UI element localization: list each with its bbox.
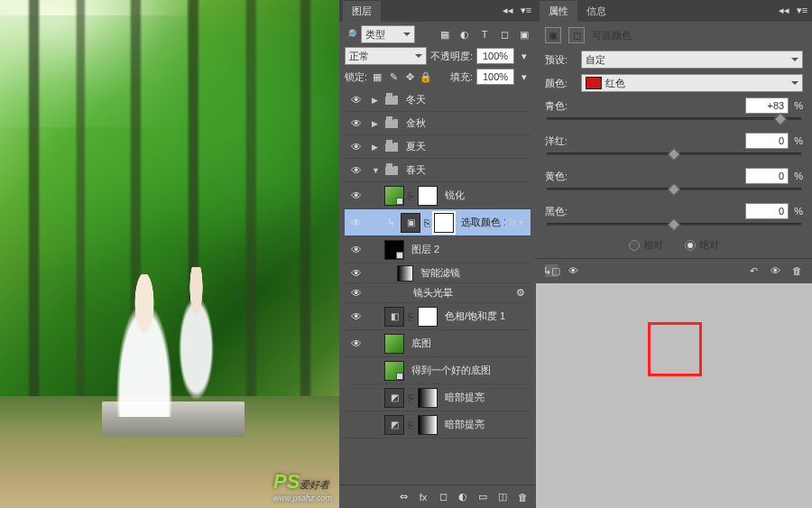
slider-label: 洋红: xyxy=(545,134,567,148)
filter-smart-icon[interactable]: ▣ xyxy=(518,28,531,41)
document-canvas[interactable]: PS爱好者 www.psahz.com xyxy=(0,0,339,508)
watermark-brand: PS xyxy=(273,470,300,493)
layer-group-winter[interactable]: 👁▶冬天 xyxy=(345,88,531,112)
link-icon: ⎘ xyxy=(408,190,414,201)
twist-icon[interactable]: ▶ xyxy=(372,96,381,105)
radio-relative[interactable]: 相对 xyxy=(629,238,663,252)
panel-menu-icon[interactable]: ▾≡ xyxy=(520,4,532,16)
visibility-toggle[interactable]: 👁 xyxy=(345,217,368,229)
visibility-toggle[interactable]: 👁 xyxy=(345,287,368,300)
slider-knob[interactable] xyxy=(774,113,787,125)
tab-info[interactable]: 信息 xyxy=(577,1,615,22)
mask-type-icon[interactable]: ◻ xyxy=(568,27,585,43)
visibility-toggle[interactable]: 👁 xyxy=(345,117,368,130)
visibility-toggle[interactable]: 👁 xyxy=(345,337,368,350)
opacity-dropdown-icon[interactable]: ▾ xyxy=(518,50,531,62)
folder-icon xyxy=(384,118,399,129)
adjustment-type-icon[interactable]: ▣ xyxy=(545,27,561,43)
lock-paint-icon[interactable]: ✎ xyxy=(387,70,400,83)
slider-value-field[interactable]: +83 xyxy=(745,97,789,114)
pct-label: % xyxy=(794,171,803,181)
layer-sharpen[interactable]: 👁⎘锐化 xyxy=(345,182,531,209)
groom xyxy=(169,267,224,402)
adjustment-icon[interactable]: ◐ xyxy=(457,491,469,503)
radio-absolute[interactable]: 绝对 xyxy=(685,238,719,252)
link-layers-icon[interactable]: ⇔ xyxy=(397,491,410,503)
collapse-icon[interactable]: ◂◂ xyxy=(778,4,790,16)
layer-smartfilters[interactable]: 👁智能滤镜 xyxy=(345,263,531,283)
layer-thumb xyxy=(384,334,404,354)
collapse-icon[interactable]: ◂◂ xyxy=(502,4,514,16)
layer-group-spring[interactable]: 👁▼春天 xyxy=(345,159,531,182)
group-icon[interactable]: ▭ xyxy=(476,491,489,503)
trash-icon[interactable]: 🗑 xyxy=(790,264,803,277)
color-select[interactable]: 红色 xyxy=(581,74,803,92)
slider-knob[interactable] xyxy=(668,218,680,231)
layer-layer2[interactable]: 👁图层 2 xyxy=(345,236,531,263)
visibility-toggle[interactable]: 👁 xyxy=(345,94,368,106)
visibility-toggle[interactable]: 👁 xyxy=(345,141,368,153)
opacity-field[interactable]: 100% xyxy=(476,48,514,64)
new-layer-icon[interactable]: ◫ xyxy=(496,491,509,503)
twist-icon[interactable]: ▶ xyxy=(372,143,381,152)
filter-pixel-icon[interactable]: ▦ xyxy=(438,28,451,41)
slider-knob[interactable] xyxy=(668,148,680,161)
opacity-label: 不透明度: xyxy=(430,50,473,63)
fill-field[interactable]: 100% xyxy=(476,69,514,85)
slider-value-field[interactable]: 0 xyxy=(745,203,789,219)
visibility-toggle[interactable]: 👁 xyxy=(345,310,368,323)
filter-shape-icon[interactable]: ◻ xyxy=(498,28,511,41)
preset-select[interactable]: 自定 xyxy=(581,51,803,69)
layer-goodbase[interactable]: 得到一个好的底图 xyxy=(345,357,531,384)
layer-shadowlift1[interactable]: ◩⎘暗部提亮 xyxy=(345,384,531,411)
fx-icon[interactable]: fx xyxy=(417,491,429,503)
tab-properties[interactable]: 属性 xyxy=(540,1,577,22)
slider-track[interactable] xyxy=(547,223,801,226)
slider-knob[interactable] xyxy=(668,183,680,196)
layer-group-summer[interactable]: 👁▶夏天 xyxy=(345,135,531,159)
reset-icon[interactable]: ↶ xyxy=(747,264,760,277)
filter-type-select[interactable]: 类型 xyxy=(361,25,415,43)
trash-icon[interactable]: 🗑 xyxy=(516,491,529,503)
layer-huesat[interactable]: 👁◧⎘色相/饱和度 1 xyxy=(345,303,531,330)
lock-all-icon[interactable]: 🔒 xyxy=(420,70,432,83)
view-previous-icon[interactable]: 👁 xyxy=(567,264,579,277)
filter-options-icon[interactable]: ⚙ xyxy=(514,287,527,300)
fill-dropdown-icon[interactable]: ▾ xyxy=(518,70,531,83)
filter-type-icon[interactable]: T xyxy=(478,28,491,41)
lock-trans-icon[interactable]: ▦ xyxy=(371,70,383,83)
layer-name: 底图 xyxy=(411,337,527,350)
visibility-toggle[interactable]: 👁 xyxy=(345,189,368,202)
search-icon[interactable]: 🔎 xyxy=(345,28,357,41)
mask-icon[interactable]: ◻ xyxy=(437,491,449,503)
layer-lensflare[interactable]: 👁镜头光晕⚙ xyxy=(345,283,531,303)
layer-shadowlift2[interactable]: ◩⎘暗部提亮 xyxy=(345,411,531,439)
mask-thumb xyxy=(418,388,438,408)
slider-label: 青色: xyxy=(545,99,567,113)
visibility-toggle[interactable]: 👁 xyxy=(345,164,368,177)
slider-value-field[interactable]: 0 xyxy=(745,168,789,184)
twist-icon[interactable]: ▶ xyxy=(372,119,381,128)
toggle-visibility-icon[interactable]: 👁 xyxy=(769,264,781,277)
layer-group-autumn[interactable]: 👁▶金秋 xyxy=(345,112,531,135)
clip-to-layer-icon[interactable]: ↳▢ xyxy=(545,264,558,277)
slider-track[interactable] xyxy=(547,152,801,155)
fx-badge[interactable]: fx ▾ xyxy=(509,217,523,227)
visibility-toggle[interactable]: 👁 xyxy=(345,244,368,256)
slider-track[interactable] xyxy=(547,117,801,120)
filter-adjust-icon[interactable]: ◐ xyxy=(458,28,471,41)
slider-track[interactable] xyxy=(547,188,801,190)
layer-name: 夏天 xyxy=(406,140,527,153)
blend-mode-select[interactable]: 正常 xyxy=(345,47,427,65)
lock-move-icon[interactable]: ✥ xyxy=(403,70,416,83)
mask-thumb xyxy=(418,186,438,206)
layer-base[interactable]: 👁底图 xyxy=(345,330,531,357)
slider-label: 黑色: xyxy=(545,205,567,218)
slider-value-field[interactable]: 0 xyxy=(745,133,789,149)
lock-label: 锁定: xyxy=(345,70,367,84)
tab-layers[interactable]: 图层 xyxy=(343,1,381,22)
twist-icon[interactable]: ▼ xyxy=(372,166,381,175)
visibility-toggle[interactable]: 👁 xyxy=(345,267,368,280)
layer-selective-color[interactable]: 👁↳▣⎘选取颜色 1fx ▾ xyxy=(345,209,531,236)
panel-menu-icon[interactable]: ▾≡ xyxy=(796,4,808,16)
